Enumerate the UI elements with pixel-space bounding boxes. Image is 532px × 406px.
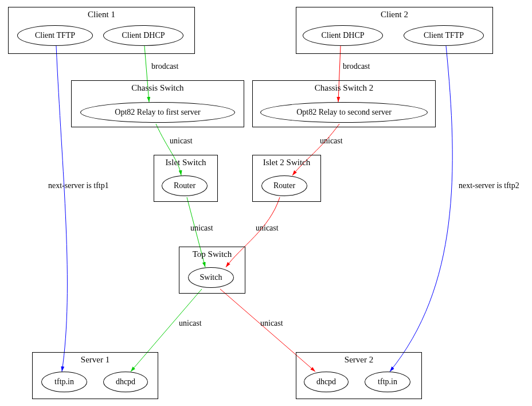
node-s2-tftp-label: tftp.in <box>378 377 397 387</box>
node-client1-dhcp-label: Client DHCP <box>122 31 165 40</box>
cluster-server2-title: Server 2 <box>296 353 421 366</box>
node-s1-dhcpd-label: dhcpd <box>116 377 135 387</box>
node-s1-dhcpd: dhcpd <box>103 372 148 392</box>
cluster-chassis1-title: Chassis Switch <box>72 81 244 94</box>
node-router2: Router <box>261 175 307 196</box>
edge-label-unicast5: unicast <box>179 319 202 328</box>
edge-label-unicast3: unicast <box>190 224 213 233</box>
cluster-islet1-title: Islet Switch <box>154 155 217 169</box>
node-opt82-2-label: Opt82 Relay to second server <box>296 108 392 117</box>
node-opt82-1: Opt82 Relay to first server <box>80 102 235 123</box>
cluster-server1-title: Server 1 <box>33 353 158 366</box>
edges-svg <box>0 0 532 406</box>
edge-label-brodcast2: brodcast <box>343 62 370 71</box>
cluster-chassis2-title: Chassis Switch 2 <box>253 81 435 94</box>
cluster-top-title: Top Switch <box>179 247 245 260</box>
node-client1-dhcp: Client DHCP <box>103 25 183 46</box>
edge-label-brodcast1: brodcast <box>151 62 178 71</box>
edge-label-unicast1: unicast <box>170 136 193 146</box>
node-router1-label: Router <box>174 181 195 190</box>
node-opt82-2: Opt82 Relay to second server <box>260 102 428 123</box>
node-switch-label: Switch <box>200 273 222 282</box>
edge-label-unicast6: unicast <box>260 319 283 328</box>
node-client2-tftp: Client TFTP <box>404 25 484 46</box>
edge-label-nextserver2: next-server is tftp2 <box>459 181 519 190</box>
edge-label-nextserver1: next-server is tftp1 <box>48 181 109 190</box>
node-s1-tftp: tftp.in <box>41 372 87 392</box>
node-client1-tftp-label: Client TFTP <box>35 31 75 40</box>
edge-label-unicast4: unicast <box>256 224 279 233</box>
node-router1: Router <box>162 175 208 196</box>
node-client2-dhcp-label: Client DHCP <box>321 31 364 40</box>
cluster-client1-title: Client 1 <box>9 7 194 21</box>
node-router2-label: Router <box>273 181 295 190</box>
node-switch: Switch <box>188 267 234 288</box>
node-s2-dhcpd: dhcpd <box>304 372 349 392</box>
node-client2-tftp-label: Client TFTP <box>424 31 464 40</box>
node-s1-tftp-label: tftp.in <box>54 377 74 387</box>
node-opt82-1-label: Opt82 Relay to first server <box>115 108 200 117</box>
cluster-client2-title: Client 2 <box>296 7 492 21</box>
node-s2-tftp: tftp.in <box>365 372 410 392</box>
cluster-islet2-title: Islet 2 Switch <box>253 155 320 169</box>
node-client2-dhcp: Client DHCP <box>303 25 383 46</box>
node-s2-dhcpd-label: dhcpd <box>316 377 336 387</box>
edge-label-unicast2: unicast <box>320 136 343 146</box>
node-client1-tftp: Client TFTP <box>17 25 93 46</box>
